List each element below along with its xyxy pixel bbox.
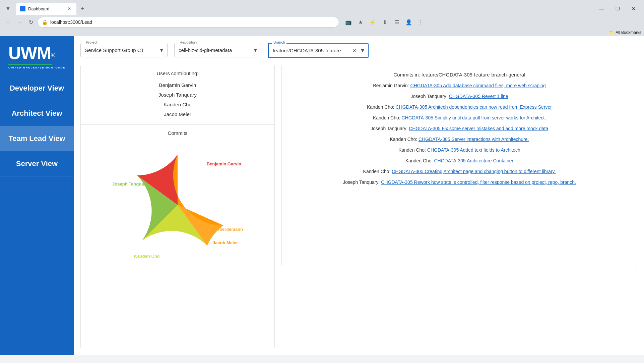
user-item-0: Benjamin Garvin	[86, 80, 269, 90]
right-panel: Commits in: feature/CHGDATA-305-feature-…	[281, 65, 637, 266]
window-controls: — ❐ ✕	[594, 3, 641, 14]
commit-author-3: Kanden Cho	[373, 115, 399, 120]
browser-chrome: ▼ Dashboard ✕ + — ❐ ✕ ← → ↻ 🔒 localhost:…	[0, 0, 644, 36]
address-actions: 📺 ★ ⚡ ⇓ ☰ 👤 ⋮	[343, 17, 426, 28]
commit-link-2[interactable]: CHGDATA-305 Architech dependencies can n…	[396, 104, 552, 110]
commits-chart-title: Commits	[168, 130, 187, 136]
sidebar-item-developer[interactable]: Developer View	[0, 76, 74, 101]
project-select[interactable]: Service Support Group CT	[80, 43, 168, 57]
commit-entry-1: Joseph Tanquary: CHGDATA-305 Revert 1 li…	[288, 94, 630, 99]
commit-author-9: Joseph Tanquary	[343, 179, 378, 185]
commits-section: Commits	[81, 125, 274, 348]
content-grid: Users contributing: Benjamin Garvin Jose…	[80, 65, 637, 348]
close-button[interactable]: ✕	[626, 3, 641, 14]
commit-link-6[interactable]: CHGDATA-305 Added text fields to Archite…	[427, 147, 520, 153]
commit-link-3[interactable]: CHGDATA-305 Simplify until data pull fro…	[402, 115, 546, 120]
sidebar-item-server[interactable]: Server View	[0, 151, 74, 176]
commit-entry-0: Benjamin Garvin: CHGDATA-305 Add databas…	[288, 83, 630, 88]
bookmarks-label: All Bookmarks	[616, 30, 641, 35]
menu-icon[interactable]: ⋮	[415, 17, 426, 28]
tab-title: Dashboard	[28, 6, 64, 11]
reload-button[interactable]: ↻	[25, 17, 36, 28]
address-bar: ← → ↻ 🔒 localhost:3000/Lead 📺 ★ ⚡ ⇓ ☰ 👤 …	[0, 15, 644, 30]
commit-link-7[interactable]: CHGDATA-305 Architecture Container	[434, 158, 513, 163]
commit-author-2: Kanden Cho	[367, 104, 393, 110]
logo-subtitle: UNITED WHOLESALE MORTGAGE	[8, 66, 65, 69]
commit-entry-2: Kanden Cho: CHGDATA-305 Architech depend…	[288, 104, 630, 110]
back-button[interactable]: ←	[3, 17, 13, 28]
tab-nav-arrows: ▼	[3, 3, 13, 14]
commit-author-4: Joseph Tanquary	[371, 126, 406, 131]
minimize-button[interactable]: —	[594, 3, 609, 14]
sidebar-item-architect[interactable]: Architect View	[0, 101, 74, 126]
commit-author-8: Kanden Cho	[363, 169, 389, 174]
commits-header: Commits in: feature/CHGDATA-305-feature-…	[288, 72, 630, 77]
navigation-buttons: ← → ↻	[3, 17, 36, 28]
left-panel: Users contributing: Benjamin Garvin Jose…	[80, 65, 275, 348]
commit-entry-4: Joseph Tanquary: CHGDATA-305 Fix some se…	[288, 126, 630, 131]
uwm-letters: UWM®	[8, 43, 55, 63]
commit-link-4[interactable]: CHGDATA-305 Fix some server mistakes and…	[409, 126, 548, 131]
browser-tab-dashboard[interactable]: Dashboard ✕	[16, 3, 76, 15]
tab-bar: ▼ Dashboard ✕ + — ❐ ✕	[0, 0, 644, 15]
profile-icon[interactable]: 👤	[403, 17, 414, 28]
user-item-3: Jacob Meier	[86, 109, 269, 119]
project-label: Project	[84, 40, 99, 44]
commit-author-5: Kanden Cho	[390, 137, 416, 142]
url-display: localhost:3000/Lead	[50, 19, 335, 25]
app-container: UWM® UNITED WHOLESALE MORTGAGE Developer…	[0, 36, 644, 355]
repository-select[interactable]: cell-biz-cid-git-metadata	[174, 43, 261, 57]
commit-entry-9: Joseph Tanquary: CHGDATA-305 Rework how …	[288, 179, 630, 185]
bookmark-star-icon[interactable]: ★	[355, 17, 366, 28]
screen-cast-icon[interactable]: 📺	[343, 17, 354, 28]
lock-icon: 🔒	[42, 19, 48, 25]
commit-entry-8: Kanden Cho: CHGDATA-305 Creating Archite…	[288, 169, 630, 174]
tab-list-btn[interactable]: ▼	[3, 3, 13, 14]
commit-link-5[interactable]: CHGDATA-305 Server interactions with Arc…	[418, 137, 529, 142]
commit-link-1[interactable]: CHGDATA-305 Revert 1 line	[449, 94, 508, 99]
folder-icon: 📁	[609, 30, 614, 35]
pie-chart-container: Benjamin Garvin Joseph Tanquary Kanden C…	[111, 141, 245, 269]
sidebar-item-teamlead[interactable]: Team Lead View	[0, 126, 74, 151]
download-icon[interactable]: ⇓	[379, 17, 390, 28]
commit-link-8[interactable]: CHGDATA-305 Creating Architect page and …	[392, 169, 556, 174]
new-tab-button[interactable]: +	[78, 4, 87, 13]
forward-button[interactable]: →	[14, 17, 25, 28]
address-input-wrapper[interactable]: 🔒 localhost:3000/Lead	[38, 17, 339, 28]
sidebar-nav: Developer View Architect View Team Lead …	[0, 76, 74, 176]
tab-close-button[interactable]: ✕	[66, 6, 72, 12]
bookmarks-bar: 📁 All Bookmarks	[0, 30, 644, 36]
project-filter-group: Project Service Support Group CT ▼	[80, 43, 168, 57]
branch-label: Branch	[272, 40, 286, 44]
commit-entry-7: Kanden Cho: CHGDATA-305 Architecture Con…	[288, 158, 630, 163]
branch-filter-group: Branch feature/CHGDATA-305-feature- ✕ ▼	[268, 43, 369, 58]
commit-entry-5: Kanden Cho: CHGDATA-305 Server interacti…	[288, 137, 630, 142]
tab-favicon	[20, 6, 25, 11]
commit-link-0[interactable]: CHGDATA-305 Add database command files, …	[410, 83, 546, 88]
commit-author-7: Kanden Cho	[405, 158, 432, 163]
users-title: Users contributing:	[86, 70, 269, 76]
main-content: Project Service Support Group CT ▼ Repos…	[74, 36, 644, 355]
uwm-logo: UWM® UNITED WHOLESALE MORTGAGE	[5, 43, 69, 69]
pie-chart	[127, 155, 228, 255]
branch-clear-button[interactable]: ✕	[352, 47, 357, 54]
user-item-1: Joseph Tanquary	[86, 90, 269, 100]
maximize-button[interactable]: ❐	[610, 3, 625, 14]
commit-author-6: Kanden Cho	[398, 147, 425, 153]
repository-filter-group: Repository cell-biz-cid-git-metadata ▼	[174, 43, 261, 57]
commit-entry-6: Kanden Cho: CHGDATA-305 Added text field…	[288, 147, 630, 153]
users-section: Users contributing: Benjamin Garvin Jose…	[81, 65, 274, 125]
sidebar: UWM® UNITED WHOLESALE MORTGAGE Developer…	[0, 36, 74, 355]
commit-entry-3: Kanden Cho: CHGDATA-305 Simplify until d…	[288, 115, 630, 120]
commit-author-1: Joseph Tanquary	[410, 94, 446, 99]
sidebar-toggle-icon[interactable]: ☰	[391, 17, 402, 28]
repository-label: Repository	[178, 40, 199, 44]
logo-green-bar	[8, 64, 52, 65]
filters-row: Project Service Support Group CT ▼ Repos…	[80, 43, 637, 58]
commit-author-0: Benjamin Garvin	[373, 83, 408, 88]
user-item-2: Kanden Cho	[86, 100, 269, 109]
commit-link-9[interactable]: CHGDATA-305 Rework how state is controll…	[381, 179, 576, 185]
extensions-icon[interactable]: ⚡	[367, 17, 378, 28]
